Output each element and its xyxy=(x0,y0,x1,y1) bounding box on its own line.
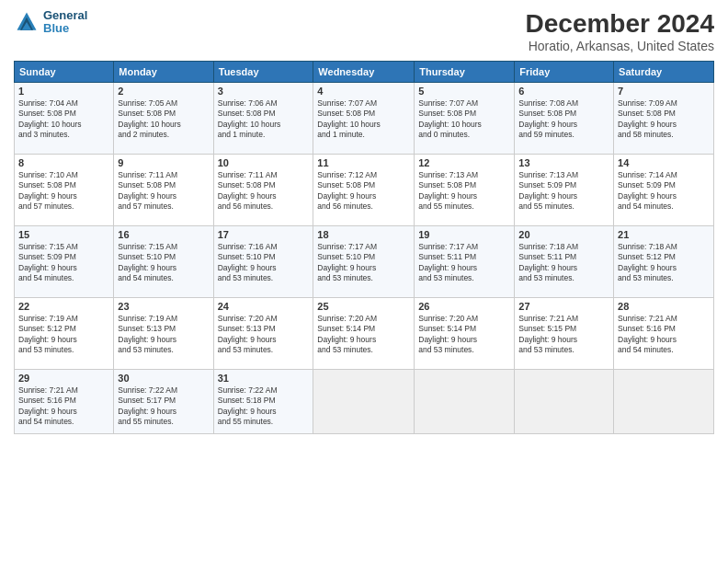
day-number: 10 xyxy=(218,157,310,168)
day-number: 18 xyxy=(317,229,410,240)
day-info: Sunrise: 7:12 AM Sunset: 5:08 PM Dayligh… xyxy=(317,170,410,213)
logo-icon xyxy=(14,9,40,35)
table-row: 25Sunrise: 7:20 AM Sunset: 5:14 PM Dayli… xyxy=(313,298,415,370)
day-number: 16 xyxy=(118,229,209,240)
day-info: Sunrise: 7:21 AM Sunset: 5:15 PM Dayligh… xyxy=(518,314,609,356)
day-info: Sunrise: 7:13 AM Sunset: 5:08 PM Dayligh… xyxy=(418,170,510,213)
day-number: 28 xyxy=(618,301,710,312)
day-number: 6 xyxy=(518,86,609,97)
table-row: 9Sunrise: 7:11 AM Sunset: 5:08 PM Daylig… xyxy=(114,155,213,226)
table-row: 29Sunrise: 7:21 AM Sunset: 5:16 PM Dayli… xyxy=(15,370,114,434)
day-info: Sunrise: 7:19 AM Sunset: 5:13 PM Dayligh… xyxy=(118,314,209,356)
col-friday: Friday xyxy=(515,62,614,83)
table-row: 10Sunrise: 7:11 AM Sunset: 5:08 PM Dayli… xyxy=(213,155,313,226)
day-number: 13 xyxy=(518,157,609,168)
table-row: 3Sunrise: 7:06 AM Sunset: 5:08 PM Daylig… xyxy=(213,83,313,155)
day-number: 27 xyxy=(518,301,609,312)
table-row: 13Sunrise: 7:13 AM Sunset: 5:09 PM Dayli… xyxy=(515,155,614,226)
day-number: 12 xyxy=(418,157,510,168)
day-info: Sunrise: 7:05 AM Sunset: 5:08 PM Dayligh… xyxy=(118,98,209,141)
table-row: 2Sunrise: 7:05 AM Sunset: 5:08 PM Daylig… xyxy=(114,83,213,155)
table-row: 16Sunrise: 7:15 AM Sunset: 5:10 PM Dayli… xyxy=(114,226,213,298)
day-number: 17 xyxy=(218,229,310,240)
day-info: Sunrise: 7:21 AM Sunset: 5:16 PM Dayligh… xyxy=(18,385,109,428)
table-row: 31Sunrise: 7:22 AM Sunset: 5:18 PM Dayli… xyxy=(213,370,313,434)
logo-text: General Blue xyxy=(43,9,87,36)
day-number: 25 xyxy=(317,301,410,312)
day-info: Sunrise: 7:19 AM Sunset: 5:12 PM Dayligh… xyxy=(18,314,109,356)
day-info: Sunrise: 7:18 AM Sunset: 5:12 PM Dayligh… xyxy=(618,242,710,284)
day-info: Sunrise: 7:22 AM Sunset: 5:18 PM Dayligh… xyxy=(218,385,310,428)
day-number: 2 xyxy=(118,86,209,97)
day-number: 30 xyxy=(118,373,209,384)
day-number: 24 xyxy=(218,301,310,312)
day-number: 11 xyxy=(317,157,410,168)
table-row: 5Sunrise: 7:07 AM Sunset: 5:08 PM Daylig… xyxy=(415,83,515,155)
table-row: 8Sunrise: 7:10 AM Sunset: 5:08 PM Daylig… xyxy=(15,155,114,226)
table-row: 6Sunrise: 7:08 AM Sunset: 5:08 PM Daylig… xyxy=(515,83,614,155)
table-row: 24Sunrise: 7:20 AM Sunset: 5:13 PM Dayli… xyxy=(213,298,313,370)
table-row: 15Sunrise: 7:15 AM Sunset: 5:09 PM Dayli… xyxy=(15,226,114,298)
calendar-table: Sunday Monday Tuesday Wednesday Thursday… xyxy=(14,61,714,434)
day-number: 21 xyxy=(618,229,710,240)
day-info: Sunrise: 7:20 AM Sunset: 5:14 PM Dayligh… xyxy=(418,314,510,356)
col-sunday: Sunday xyxy=(15,62,114,83)
col-tuesday: Tuesday xyxy=(213,62,313,83)
day-info: Sunrise: 7:20 AM Sunset: 5:13 PM Dayligh… xyxy=(218,314,310,356)
day-info: Sunrise: 7:11 AM Sunset: 5:08 PM Dayligh… xyxy=(218,170,310,213)
table-row: 28Sunrise: 7:21 AM Sunset: 5:16 PM Dayli… xyxy=(614,298,714,370)
day-number: 14 xyxy=(618,157,710,168)
table-row: 4Sunrise: 7:07 AM Sunset: 5:08 PM Daylig… xyxy=(313,83,415,155)
day-info: Sunrise: 7:21 AM Sunset: 5:16 PM Dayligh… xyxy=(618,314,710,356)
title-block: December 2024 Horatio, Arkansas, United … xyxy=(526,9,714,53)
table-row: 1Sunrise: 7:04 AM Sunset: 5:08 PM Daylig… xyxy=(15,83,114,155)
table-row: 12Sunrise: 7:13 AM Sunset: 5:08 PM Dayli… xyxy=(415,155,515,226)
day-info: Sunrise: 7:20 AM Sunset: 5:14 PM Dayligh… xyxy=(317,314,410,356)
header-row: Sunday Monday Tuesday Wednesday Thursday… xyxy=(15,62,714,83)
page-container: General Blue December 2024 Horatio, Arka… xyxy=(0,0,728,443)
page-subtitle: Horatio, Arkansas, United States xyxy=(526,39,714,53)
day-info: Sunrise: 7:16 AM Sunset: 5:10 PM Dayligh… xyxy=(218,242,310,284)
day-number: 8 xyxy=(18,157,109,168)
day-info: Sunrise: 7:14 AM Sunset: 5:09 PM Dayligh… xyxy=(618,170,710,213)
day-info: Sunrise: 7:07 AM Sunset: 5:08 PM Dayligh… xyxy=(418,98,510,141)
day-number: 26 xyxy=(418,301,510,312)
day-info: Sunrise: 7:10 AM Sunset: 5:08 PM Dayligh… xyxy=(18,170,109,213)
table-row xyxy=(515,370,614,434)
logo: General Blue xyxy=(14,9,87,36)
col-saturday: Saturday xyxy=(614,62,714,83)
day-number: 19 xyxy=(418,229,510,240)
day-info: Sunrise: 7:08 AM Sunset: 5:08 PM Dayligh… xyxy=(518,98,609,141)
table-row xyxy=(313,370,415,434)
table-row xyxy=(415,370,515,434)
day-info: Sunrise: 7:07 AM Sunset: 5:08 PM Dayligh… xyxy=(317,98,410,141)
col-thursday: Thursday xyxy=(415,62,515,83)
table-row xyxy=(614,370,714,434)
day-number: 5 xyxy=(418,86,510,97)
day-info: Sunrise: 7:09 AM Sunset: 5:08 PM Dayligh… xyxy=(618,98,710,141)
day-number: 22 xyxy=(18,301,109,312)
table-row: 7Sunrise: 7:09 AM Sunset: 5:08 PM Daylig… xyxy=(614,83,714,155)
table-row: 27Sunrise: 7:21 AM Sunset: 5:15 PM Dayli… xyxy=(515,298,614,370)
day-number: 29 xyxy=(18,373,109,384)
day-info: Sunrise: 7:11 AM Sunset: 5:08 PM Dayligh… xyxy=(118,170,209,213)
day-info: Sunrise: 7:13 AM Sunset: 5:09 PM Dayligh… xyxy=(518,170,609,213)
table-row: 22Sunrise: 7:19 AM Sunset: 5:12 PM Dayli… xyxy=(15,298,114,370)
day-info: Sunrise: 7:15 AM Sunset: 5:10 PM Dayligh… xyxy=(118,242,209,284)
day-number: 15 xyxy=(18,229,109,240)
day-number: 3 xyxy=(218,86,310,97)
day-info: Sunrise: 7:06 AM Sunset: 5:08 PM Dayligh… xyxy=(218,98,310,141)
table-row: 20Sunrise: 7:18 AM Sunset: 5:11 PM Dayli… xyxy=(515,226,614,298)
table-row: 19Sunrise: 7:17 AM Sunset: 5:11 PM Dayli… xyxy=(415,226,515,298)
page-title: December 2024 xyxy=(526,9,714,39)
day-number: 9 xyxy=(118,157,209,168)
table-row: 18Sunrise: 7:17 AM Sunset: 5:10 PM Dayli… xyxy=(313,226,415,298)
day-number: 23 xyxy=(118,301,209,312)
day-number: 4 xyxy=(317,86,410,97)
day-number: 1 xyxy=(18,86,109,97)
table-row: 17Sunrise: 7:16 AM Sunset: 5:10 PM Dayli… xyxy=(213,226,313,298)
table-row: 30Sunrise: 7:22 AM Sunset: 5:17 PM Dayli… xyxy=(114,370,213,434)
day-info: Sunrise: 7:04 AM Sunset: 5:08 PM Dayligh… xyxy=(18,98,109,141)
table-row: 21Sunrise: 7:18 AM Sunset: 5:12 PM Dayli… xyxy=(614,226,714,298)
day-number: 7 xyxy=(618,86,710,97)
